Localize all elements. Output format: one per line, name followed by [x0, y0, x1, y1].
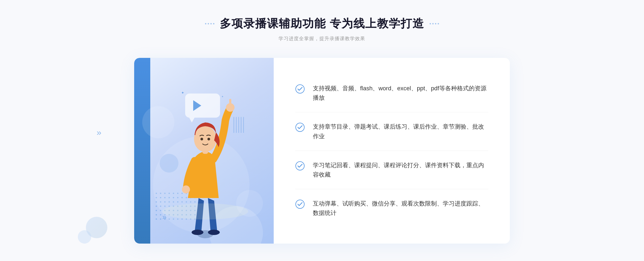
header-decoration: 多项录播课辅助功能 专为线上教学打造 — [205, 16, 439, 31]
check-icon-3 — [295, 161, 305, 171]
feature-text-4: 互动弹幕、试听购买、微信分享、观看次数限制、学习进度跟踪、数据统计 — [313, 199, 488, 218]
svg-point-17 — [160, 154, 178, 173]
svg-point-15 — [207, 138, 210, 140]
svg-point-11 — [182, 185, 190, 193]
check-icon-2 — [295, 122, 305, 132]
content-area: ✦ ✦ — [134, 58, 510, 244]
page-container: » 多项录播课辅助功能 专为线上教学打造 学习进度全掌握，提升录播课教学效果 — [0, 0, 644, 261]
feature-item-4: 互动弹幕、试听购买、微信分享、观看次数限制、学习进度跟踪、数据统计 — [295, 189, 488, 227]
feature-text-1: 支持视频、音频、flash、word、excel、ppt、pdf等各种格式的资源… — [313, 84, 488, 102]
svg-point-21 — [296, 123, 304, 132]
header-section: 多项录播课辅助功能 专为线上教学打造 学习进度全掌握，提升录播课教学效果 — [205, 16, 439, 42]
svg-rect-1 — [185, 94, 220, 118]
svg-point-23 — [296, 200, 304, 208]
svg-point-8 — [208, 230, 220, 235]
main-title: 多项录播课辅助功能 专为线上教学打造 — [220, 16, 424, 31]
svg-point-16 — [162, 203, 248, 219]
svg-point-7 — [192, 230, 203, 235]
bottom-circle-light-decoration — [78, 230, 91, 244]
feature-item-2: 支持章节目录、弹题考试、课后练习、课后作业、章节测验、批改作业 — [295, 112, 488, 151]
svg-marker-2 — [189, 118, 195, 122]
svg-rect-10 — [229, 99, 231, 107]
feature-item-1: 支持视频、音频、flash、word、excel、ppt、pdf等各种格式的资源… — [295, 74, 488, 112]
feature-text-3: 学习笔记回看、课程提问、课程评论打分、课件资料下载，重点内容收藏 — [313, 161, 488, 179]
left-illustration-panel: ✦ ✦ — [134, 58, 274, 244]
feature-text-2: 支持章节目录、弹题考试、课后练习、课后作业、章节测验、批改作业 — [313, 122, 488, 141]
check-icon-4 — [295, 199, 305, 209]
header-dots-right — [430, 23, 439, 24]
feature-item-3: 学习笔记回看、课程提问、课程评论打分、课件资料下载，重点内容收藏 — [295, 151, 488, 189]
check-icon-1 — [295, 84, 305, 94]
svg-text:✦: ✦ — [181, 91, 184, 95]
svg-text:»: » — [162, 213, 167, 221]
svg-point-20 — [296, 85, 304, 93]
svg-point-22 — [296, 162, 304, 170]
svg-text:✦: ✦ — [221, 95, 224, 98]
sub-title: 学习进度全掌握，提升录播课教学效果 — [205, 35, 439, 42]
svg-point-14 — [200, 138, 203, 140]
svg-point-18 — [236, 190, 263, 217]
illustration-svg: ✦ ✦ — [148, 83, 263, 244]
header-dots-left — [205, 23, 214, 24]
svg-point-13 — [194, 126, 217, 152]
right-features-panel: 支持视频、音频、flash、word、excel、ppt、pdf等各种格式的资源… — [274, 58, 510, 244]
left-arrow-decoration: » — [97, 128, 101, 137]
